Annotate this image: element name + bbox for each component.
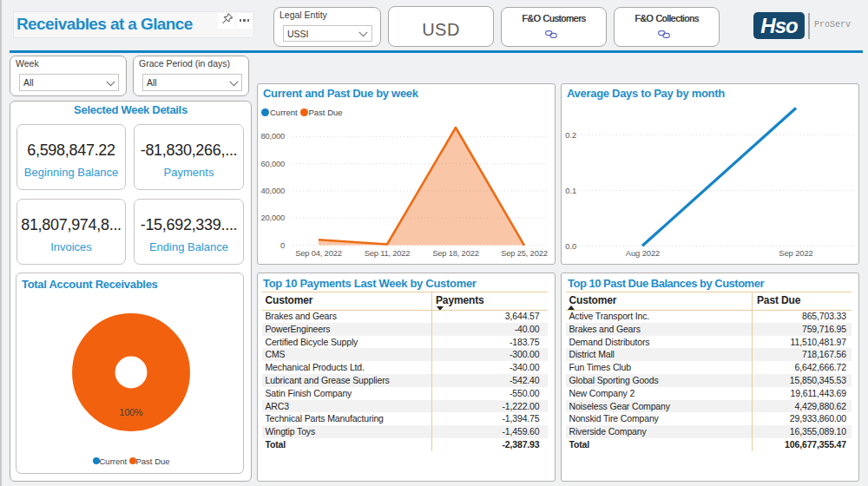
svg-text:0.2: 0.2 (565, 130, 576, 140)
svg-text:Sep 18, 2022: Sep 18, 2022 (432, 248, 478, 258)
svg-text:60,000: 60,000 (261, 159, 285, 168)
svg-text:Sep 04, 2022: Sep 04, 2022 (295, 248, 341, 258)
svg-text:0.0: 0.0 (565, 241, 576, 251)
svg-text:0.1: 0.1 (565, 186, 576, 195)
svg-text:Sep 25, 2022: Sep 25, 2022 (501, 248, 547, 258)
svg-text:80,000: 80,000 (261, 131, 285, 141)
svg-text:Aug 2022: Aug 2022 (626, 248, 660, 258)
svg-text:20,000: 20,000 (261, 213, 285, 222)
svg-text:40,000: 40,000 (261, 186, 285, 195)
svg-text:Sep 2022: Sep 2022 (779, 248, 812, 258)
svg-text:0: 0 (280, 240, 285, 250)
svg-text:Sep 11, 2022: Sep 11, 2022 (365, 248, 411, 258)
